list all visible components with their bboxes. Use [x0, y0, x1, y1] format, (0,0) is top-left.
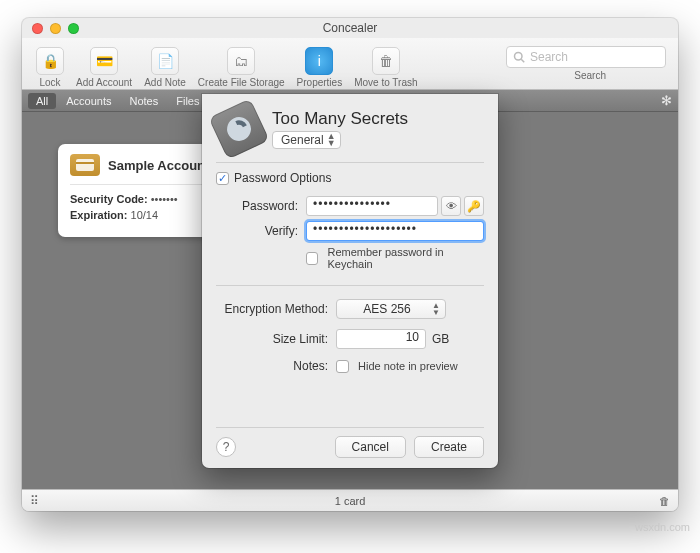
info-icon: i: [305, 47, 333, 75]
toolbar: 🔒 Lock 💳 Add Account 📄 Add Note 🗂 Create…: [22, 38, 678, 90]
card-type-icon: [70, 154, 100, 176]
size-limit-label: Size Limit:: [216, 332, 336, 346]
search-input[interactable]: Search: [506, 46, 666, 68]
status-bar: ⠿ 1 card 🗑: [22, 489, 678, 511]
trash-icon: 🗑: [372, 47, 400, 75]
hide-note-label: Hide note in preview: [358, 360, 458, 372]
reveal-password-button[interactable]: 👁: [441, 196, 461, 216]
svg-line-1: [521, 59, 524, 62]
create-button[interactable]: Create: [414, 436, 484, 458]
search-label: Search: [574, 70, 606, 81]
storage-icon: 🗂: [227, 47, 255, 75]
window-title: Concealer: [22, 21, 678, 35]
svg-rect-3: [76, 162, 94, 164]
gear-icon[interactable]: ✻: [661, 93, 672, 108]
password-input[interactable]: •••••••••••••••: [306, 196, 438, 216]
remember-keychain-checkbox[interactable]: [306, 252, 318, 265]
create-storage-sheet: Too Many Secrets General ▲▼ ✓ Password O…: [202, 94, 498, 468]
watermark: wsxdn.com: [635, 521, 690, 533]
card-title: Sample Accoun: [108, 158, 205, 173]
properties-button[interactable]: i Properties: [291, 40, 349, 88]
hide-note-checkbox[interactable]: [336, 360, 349, 373]
storage-type-icon: [208, 98, 269, 159]
cancel-button[interactable]: Cancel: [335, 436, 406, 458]
divider: [216, 285, 484, 286]
help-button[interactable]: ?: [216, 437, 236, 457]
titlebar: Concealer: [22, 18, 678, 38]
lock-icon: 🔒: [36, 47, 64, 75]
encryption-method-label: Encryption Method:: [216, 302, 336, 316]
tab-all[interactable]: All: [28, 93, 56, 109]
remember-keychain-label: Remember password in Keychain: [327, 246, 484, 270]
svg-point-0: [515, 53, 523, 61]
encryption-method-select[interactable]: AES 256 ▲▼: [336, 299, 446, 319]
category-select[interactable]: General ▲▼: [272, 131, 341, 149]
password-options-label: Password Options: [234, 171, 331, 185]
move-to-trash-button[interactable]: 🗑 Move to Trash: [348, 40, 423, 88]
notes-label: Notes:: [216, 359, 336, 373]
size-limit-input[interactable]: 10: [336, 329, 426, 349]
sheet-title: Too Many Secrets: [272, 109, 408, 129]
verify-label: Verify:: [230, 224, 306, 238]
verify-password-input[interactable]: ••••••••••••••••••••: [306, 221, 484, 241]
size-unit: GB: [432, 332, 449, 346]
item-count: 1 card: [22, 495, 678, 507]
svg-rect-2: [76, 159, 94, 171]
svg-point-4: [223, 113, 255, 145]
tab-accounts[interactable]: Accounts: [58, 93, 119, 109]
chevron-updown-icon: ▲▼: [432, 302, 440, 316]
note-icon: 📄: [151, 47, 179, 75]
generate-password-button[interactable]: 🔑: [464, 196, 484, 216]
create-file-storage-button[interactable]: 🗂 Create File Storage: [192, 40, 291, 88]
search-icon: [513, 51, 525, 63]
card-icon: 💳: [90, 47, 118, 75]
tab-notes[interactable]: Notes: [121, 93, 166, 109]
password-label: Password:: [230, 199, 306, 213]
chevron-updown-icon: ▲▼: [327, 133, 336, 147]
divider: [216, 162, 484, 163]
lock-button[interactable]: 🔒 Lock: [30, 40, 70, 88]
password-options-checkbox[interactable]: ✓: [216, 172, 229, 185]
add-account-button[interactable]: 💳 Add Account: [70, 40, 138, 88]
add-note-button[interactable]: 📄 Add Note: [138, 40, 192, 88]
